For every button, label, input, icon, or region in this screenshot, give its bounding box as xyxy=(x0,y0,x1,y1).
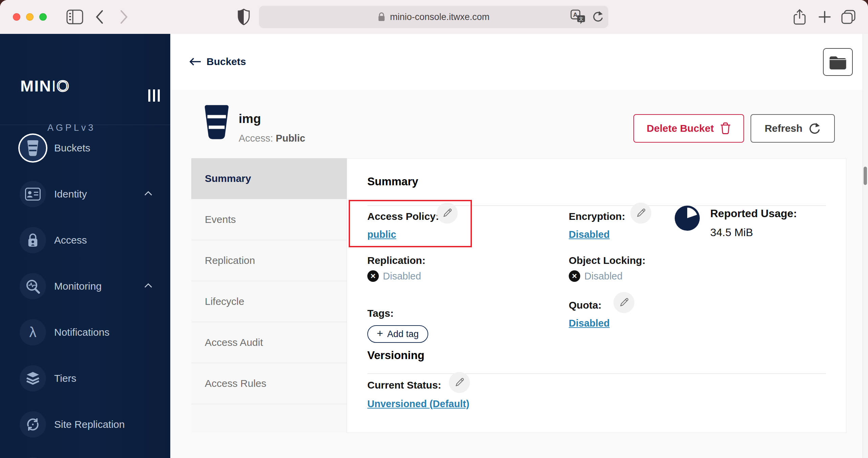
current-status-value-link[interactable]: Unversioned (Default) xyxy=(367,398,469,410)
page-toolbar xyxy=(170,34,863,90)
tab-replication[interactable]: Replication xyxy=(191,240,347,281)
back-arrow-icon xyxy=(190,58,201,66)
back-icon[interactable] xyxy=(94,0,105,34)
object-locking-status: ✕ Disabled xyxy=(569,270,623,282)
new-tab-icon[interactable] xyxy=(817,0,833,34)
bucket-icon xyxy=(20,135,46,161)
reported-usage-value: 34.5 MiB xyxy=(710,226,753,239)
back-link-label: Buckets xyxy=(207,56,246,67)
close-button[interactable] xyxy=(13,13,20,21)
encryption-label: Encryption: xyxy=(569,211,625,222)
monitoring-icon xyxy=(20,273,46,299)
encryption-value-link[interactable]: Disabled xyxy=(569,229,610,240)
access-lock-icon xyxy=(20,227,46,253)
chevron-up-icon[interactable] xyxy=(144,191,153,197)
sidebar-nav: Buckets Identity Access Monitoring xyxy=(0,125,170,458)
refresh-icon xyxy=(808,122,821,134)
sidebar-item-site-replication[interactable]: Site Replication xyxy=(0,401,170,447)
identity-card-icon xyxy=(20,181,46,207)
quota-value-link[interactable]: Disabled xyxy=(569,318,610,329)
browse-bucket-button[interactable] xyxy=(823,48,853,76)
versioning-heading: Versioning xyxy=(367,349,425,362)
bucket-name: img xyxy=(239,112,261,126)
sidebar-item-notifications[interactable]: λ Notifications xyxy=(0,309,170,355)
edit-quota-button[interactable] xyxy=(613,292,634,313)
delete-bucket-button[interactable]: Delete Bucket xyxy=(633,114,744,143)
translate-icon[interactable]: A文 xyxy=(570,9,585,24)
privacy-shield-icon[interactable] xyxy=(237,0,251,34)
pencil-icon xyxy=(635,208,646,218)
trash-icon xyxy=(720,122,731,135)
reload-icon[interactable] xyxy=(591,10,604,24)
sidebar-item-buckets[interactable]: Buckets xyxy=(0,125,170,171)
tls-lock-icon xyxy=(378,12,385,22)
bucket-icon-large xyxy=(202,105,231,141)
plus-icon: + xyxy=(377,327,383,340)
object-locking-label: Object Locking: xyxy=(569,255,646,266)
sidebar-item-monitoring[interactable]: Monitoring xyxy=(0,263,170,309)
annotation-highlight-box xyxy=(349,200,472,247)
usage-pie-icon xyxy=(674,205,700,232)
sidebar-item-identity[interactable]: Identity xyxy=(0,171,170,217)
tab-summary[interactable]: Summary xyxy=(191,158,347,199)
pencil-icon xyxy=(454,377,465,388)
sidebar: MINIO AGPLv3 Buckets Identity xyxy=(0,34,170,458)
tab-access-rules[interactable]: Access Rules xyxy=(191,363,347,404)
back-to-buckets-link[interactable]: Buckets xyxy=(190,56,246,67)
tiers-layers-icon xyxy=(20,365,46,392)
tab-lifecycle[interactable]: Lifecycle xyxy=(191,281,347,322)
quota-label: Quota: xyxy=(569,299,602,311)
replication-status: ✕ Disabled xyxy=(367,270,421,282)
chevron-up-icon[interactable] xyxy=(144,283,153,290)
sidebar-item-access[interactable]: Access xyxy=(0,217,170,263)
url-text: minio-console.itwxe.com xyxy=(390,12,490,22)
forward-icon[interactable] xyxy=(118,0,129,34)
svg-text:A: A xyxy=(573,12,578,18)
pencil-icon xyxy=(619,297,629,308)
site-replication-icon xyxy=(20,411,46,438)
sidebar-collapse-icon[interactable] xyxy=(148,89,160,102)
tab-list: Summary Events Replication Lifecycle Acc… xyxy=(191,158,347,433)
replication-label: Replication: xyxy=(367,255,426,266)
sidebar-toggle-icon[interactable] xyxy=(66,0,84,34)
tags-label: Tags: xyxy=(367,308,394,319)
tab-events[interactable]: Events xyxy=(191,199,347,240)
reported-usage-label: Reported Usage: xyxy=(710,207,797,220)
svg-text:文: 文 xyxy=(579,16,583,21)
browser-chrome: minio-console.itwxe.com A文 xyxy=(0,0,868,34)
divider xyxy=(367,373,826,374)
zoom-button[interactable] xyxy=(39,13,47,21)
add-tag-button[interactable]: + Add tag xyxy=(367,325,428,343)
lambda-icon: λ xyxy=(20,319,46,346)
x-circle-icon: ✕ xyxy=(569,270,580,282)
edit-encryption-button[interactable] xyxy=(630,203,651,224)
scrollbar-track[interactable] xyxy=(863,34,868,458)
bucket-access: Access: Public xyxy=(239,133,305,144)
current-status-label: Current Status: xyxy=(367,379,441,391)
sidebar-item-configurations[interactable]: ⚙ Configurations xyxy=(0,447,170,458)
refresh-button[interactable]: Refresh xyxy=(751,114,835,143)
sidebar-item-tiers[interactable]: Tiers xyxy=(0,355,170,401)
share-icon[interactable] xyxy=(793,0,806,34)
safari-window: minio-console.itwxe.com A文 MINIO AGPLv3 xyxy=(0,0,868,458)
minimize-button[interactable] xyxy=(26,13,34,21)
scrollbar-thumb[interactable] xyxy=(864,167,867,185)
address-bar[interactable]: minio-console.itwxe.com A文 xyxy=(259,6,608,28)
minio-logo: MINIO xyxy=(20,77,70,95)
edit-versioning-button[interactable] xyxy=(449,372,470,393)
x-circle-icon: ✕ xyxy=(367,270,379,282)
folder-icon xyxy=(828,55,847,69)
tab-overview-icon[interactable] xyxy=(840,0,856,34)
summary-heading: Summary xyxy=(367,175,418,188)
tab-access-audit[interactable]: Access Audit xyxy=(191,322,347,363)
